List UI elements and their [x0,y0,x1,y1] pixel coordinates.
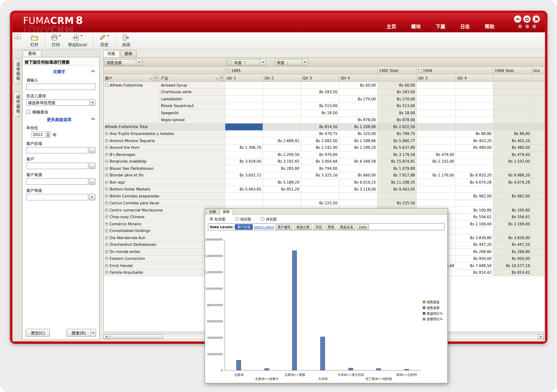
product-cell[interactable]: Chartreuse verte [160,89,225,96]
pivot-cell[interactable] [339,89,378,96]
expand-icon[interactable]: + [105,174,108,177]
pivot-cell[interactable]: Bs 2.142,90 [301,144,339,151]
row-header-cell[interactable]: +Bottom-Dollar Markets [104,186,225,193]
pivot-cell[interactable] [263,103,301,110]
toolbar-button-export-excel[interactable]: 导出Excel [64,33,90,48]
expand-icon[interactable]: + [105,243,108,246]
dialog-tab-chart[interactable]: 图表 [220,209,233,215]
group-header-1994[interactable]: -1994 [417,67,493,74]
chart-bar[interactable] [236,360,241,370]
pivot-cell[interactable]: Bs 447,20 [456,242,493,248]
chevron-down-icon[interactable] [59,35,61,37]
product-column-header[interactable]: 产品△ [160,74,225,82]
pivot-cell[interactable] [456,123,493,131]
pivot-cell[interactable]: Bs 5.960,77 [378,137,417,144]
pivot-cell[interactable] [339,110,378,117]
data-level-button[interactable]: 商品全名 [338,224,355,229]
dialog-tab-list[interactable]: 列表 [206,209,219,215]
keyword-input[interactable] [26,84,95,90]
pivot-cell[interactable] [532,144,545,151]
chart-bar[interactable] [292,251,297,370]
collapse-icon[interactable]: - [105,83,108,87]
pivot-cell[interactable] [532,228,545,235]
pivot-cell[interactable]: Bs 1.306,70 [225,144,263,151]
pivot-cell[interactable]: Bs 7.817,88 [378,172,417,179]
pivot-cell[interactable]: Bs 814,42 [493,269,532,276]
pivot-cell[interactable]: Bs 447,20 [493,242,532,248]
search-dropdown-button[interactable] [91,329,96,337]
group-header-blank[interactable] [104,67,225,74]
pivot-cell[interactable] [456,228,493,235]
pivot-cell[interactable]: Bs 9.463,05 [378,186,417,193]
pivot-cell[interactable] [225,82,263,89]
pivot-cell[interactable] [339,103,378,110]
tab-list[interactable]: 列表 [103,50,120,57]
pivot-cell[interactable]: Bs 1.079,80 [378,165,417,172]
data-level-button[interactable]: 月份 [313,224,324,229]
year-input[interactable] [32,132,46,137]
chart-type-option[interactable]: 饼状图 [261,216,277,221]
pivot-cell[interactable] [532,123,545,131]
pivot-cell[interactable]: Bs 3.429,00 [225,158,263,165]
group-header-1995-total[interactable]: 1995 Total [378,67,417,74]
pivot-cell[interactable] [532,186,545,193]
pivot-cell[interactable]: Bs 15.974,91 [378,158,417,165]
pivot-cell[interactable]: Bs 982,00 [456,193,493,200]
data-level-button[interactable]: Data [357,224,369,229]
pivot-cell[interactable] [456,165,493,172]
scroll-left-button[interactable] [104,334,109,339]
chart-bar[interactable] [376,368,381,370]
chevron-down-icon[interactable] [153,76,158,80]
clear-button[interactable]: 清空(C) [25,329,50,337]
chevron-down-icon[interactable] [81,35,83,37]
titlebar-menu-item[interactable]: 日志 [460,23,470,30]
pivot-cell[interactable]: Bs 100,80 [456,207,493,214]
pivot-cell[interactable] [532,82,545,89]
pivot-cell[interactable]: Bs 3.179,50 [378,151,417,158]
pivot-cell[interactable]: Bs 982,00 [493,193,532,200]
pivot-cell[interactable] [225,137,263,144]
chart-bar[interactable] [404,369,409,370]
pivot-cell[interactable]: Bs 1.188,86 [339,137,378,144]
pivot-cell[interactable]: Bs 283,50 [301,89,339,96]
pivot-cell[interactable] [225,123,263,131]
customer-cell[interactable] [104,89,159,96]
pivot-cell[interactable]: Bs 513,00 [301,103,339,110]
col-header-1995-qtr1[interactable]: Qtr 1 [225,74,263,82]
pivot-cell[interactable] [339,165,378,172]
field-input[interactable] [26,147,88,153]
expand-icon[interactable]: + [105,132,108,135]
pivot-cell[interactable] [532,235,545,242]
pivot-cell[interactable] [456,89,493,96]
pivot-cell[interactable]: Bs 556,62 [493,214,532,220]
pivot-cell[interactable] [456,103,493,110]
pivot-cell[interactable] [532,137,545,144]
chevron-up-icon[interactable] [91,118,95,121]
pivot-cell[interactable]: Bs 268,80 [456,248,493,255]
pivot-cell[interactable] [417,137,456,144]
pivot-cell[interactable] [225,151,263,158]
pivot-cell[interactable] [532,158,545,165]
pivot-cell[interactable] [301,179,339,186]
pivot-cell[interactable] [493,117,532,123]
pivot-cell[interactable]: Bs 814,42 [456,269,493,276]
pivot-cell[interactable]: Bs 2.169,00 [493,220,532,228]
quarter-field-selector[interactable]: 季度△ [275,59,308,65]
pivot-cell[interactable] [493,186,532,193]
field-input[interactable] [26,178,88,185]
expand-icon[interactable]: + [105,208,108,212]
collapse-panel-button[interactable]: « [14,34,21,39]
pivot-cell[interactable]: Bs 225,50 [378,200,417,207]
pivot-cell[interactable]: Bs 403,20 [456,137,493,144]
pivot-cell[interactable]: Bs 3.839,80 [456,235,493,242]
titlebar-menu-item[interactable]: 主页 [386,23,396,30]
pivot-cell[interactable]: Bs 4.074,28 [456,179,493,186]
tab-chart[interactable]: 图表 [120,50,137,57]
pivot-cell[interactable] [417,89,456,96]
pivot-cell[interactable] [339,151,378,158]
pivot-cell[interactable]: Bs 794,00 [301,165,339,172]
customer-column-header[interactable]: 客户△ [104,74,159,82]
year-stepper[interactable] [31,131,50,138]
row-header-cell[interactable]: +Bon app' [104,179,225,186]
chevron-down-icon[interactable] [260,59,266,65]
